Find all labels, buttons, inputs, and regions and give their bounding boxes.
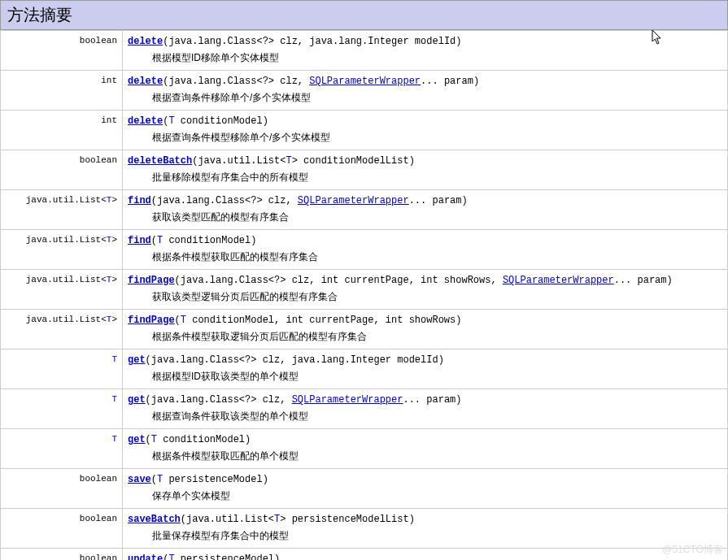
table-row: booleanupdate(T persistenceModel)更新单个实体模… (1, 549, 728, 561)
return-type: boolean (1, 31, 123, 71)
method-description: 根据模型ID移除单个实体模型 (128, 50, 722, 65)
type-parameter: T (181, 315, 186, 326)
method-signature-cell: find(T conditionModel)根据条件模型获取匹配的模型有序集合 (123, 230, 728, 270)
type-link[interactable]: SQLParameterWrapper (503, 275, 614, 286)
method-signature-cell: findPage(T conditionModel, int currentPa… (123, 310, 728, 349)
method-link[interactable]: findPage (128, 315, 175, 326)
method-link[interactable]: get (128, 394, 146, 406)
table-row: java.util.List<T>find(T conditionModel)根… (1, 230, 728, 270)
table-row: java.util.List<T>findPage(java.lang.Clas… (1, 270, 728, 310)
return-type: T (1, 429, 123, 469)
method-summary-table: booleandelete(java.lang.Class<?> clz, ja… (0, 30, 728, 560)
method-link[interactable]: update (128, 553, 163, 560)
return-type: int (1, 111, 123, 150)
table-row: intdelete(java.lang.Class<?> clz, SQLPar… (1, 71, 728, 111)
method-link[interactable]: findPage (128, 275, 175, 286)
table-row: Tget(java.lang.Class<?> clz, java.lang.I… (1, 349, 728, 389)
return-type: T (1, 389, 123, 429)
table-row: Tget(T conditionModel)根据条件模型获取匹配的单个模型 (1, 429, 728, 469)
type-parameter: T (151, 434, 157, 445)
return-type: java.util.List<T> (1, 270, 123, 310)
method-description: 根据查询条件模型移除单个/多个实体模型 (128, 130, 722, 145)
method-link[interactable]: delete (128, 36, 163, 47)
method-description: 根据查询条件获取该类型的单个模型 (128, 409, 722, 423)
return-type: T (1, 349, 123, 389)
method-link[interactable]: save (128, 474, 151, 485)
type-parameter: T (168, 553, 174, 560)
type-parameter: T (274, 514, 280, 525)
type-parameter: T (168, 115, 174, 127)
method-description: 批量保存模型有序集合中的模型 (128, 528, 722, 543)
table-row: intdelete(T conditionModel)根据查询条件模型移除单个/… (1, 111, 728, 150)
table-row: java.util.List<T>findPage(T conditionMod… (1, 310, 728, 349)
table-row: booleansaveBatch(java.util.List<T> persi… (1, 509, 728, 549)
return-type: boolean (1, 549, 123, 561)
return-type: boolean (1, 509, 123, 549)
method-signature-cell: get(java.lang.Class<?> clz, SQLParameter… (123, 389, 728, 429)
method-signature-cell: saveBatch(java.util.List<T> persistenceM… (123, 509, 728, 549)
method-description: 根据条件模型获取匹配的单个模型 (128, 449, 722, 463)
method-description: 根据条件模型获取逻辑分页后匹配的模型有序集合 (128, 329, 722, 344)
method-description: 根据查询条件移除单个/多个实体模型 (128, 90, 722, 105)
method-signature-cell: save(T persistenceModel)保存单个实体模型 (123, 469, 728, 509)
return-type: java.util.List<T> (1, 190, 123, 230)
method-link[interactable]: saveBatch (128, 514, 181, 525)
return-type: boolean (1, 150, 123, 190)
method-link[interactable]: find (128, 235, 151, 246)
table-row: booleansave(T persistenceModel)保存单个实体模型 (1, 469, 728, 509)
method-signature-cell: update(T persistenceModel)更新单个实体模型 (123, 549, 728, 561)
method-summary-header: 方法摘要 (0, 0, 728, 30)
method-signature-cell: delete(java.lang.Class<?> clz, SQLParame… (123, 71, 728, 111)
type-parameter: T (157, 235, 163, 246)
method-signature-cell: get(java.lang.Class<?> clz, java.lang.In… (123, 349, 728, 389)
method-link[interactable]: delete (128, 76, 163, 87)
method-description: 根据条件模型获取匹配的模型有序集合 (128, 250, 722, 264)
method-description: 获取该类型匹配的模型有序集合 (128, 210, 722, 224)
method-signature-cell: get(T conditionModel)根据条件模型获取匹配的单个模型 (123, 429, 728, 469)
method-link[interactable]: find (128, 195, 151, 206)
table-row: java.util.List<T>find(java.lang.Class<?>… (1, 190, 728, 230)
method-signature-cell: deleteBatch(java.util.List<T> conditionM… (123, 150, 728, 190)
return-type: boolean (1, 469, 123, 509)
table-row: booleandeleteBatch(java.util.List<T> con… (1, 150, 728, 190)
return-type: java.util.List<T> (1, 230, 123, 270)
type-parameter: T (286, 155, 291, 167)
method-description: 保存单个实体模型 (128, 488, 722, 503)
method-description: 获取该类型逻辑分页后匹配的模型有序集合 (128, 289, 722, 304)
method-description: 批量移除模型有序集合中的所有模型 (128, 170, 722, 184)
table-row: booleandelete(java.lang.Class<?> clz, ja… (1, 31, 728, 71)
method-description: 根据模型ID获取该类型的单个模型 (128, 369, 722, 384)
type-parameter: T (157, 474, 163, 485)
method-link[interactable]: get (128, 434, 146, 445)
type-link[interactable]: SQLParameterWrapper (292, 394, 403, 406)
method-signature-cell: delete(T conditionModel)根据查询条件模型移除单个/多个实… (123, 111, 728, 150)
method-signature-cell: find(java.lang.Class<?> clz, SQLParamete… (123, 190, 728, 230)
type-link[interactable]: SQLParameterWrapper (298, 195, 409, 206)
method-link[interactable]: deleteBatch (128, 155, 192, 167)
method-link[interactable]: get (128, 354, 146, 366)
method-link[interactable]: delete (128, 115, 163, 127)
method-signature-cell: delete(java.lang.Class<?> clz, java.lang… (123, 31, 728, 71)
return-type: java.util.List<T> (1, 310, 123, 349)
return-type: int (1, 71, 123, 111)
table-row: Tget(java.lang.Class<?> clz, SQLParamete… (1, 389, 728, 429)
method-signature-cell: findPage(java.lang.Class<?> clz, int cur… (123, 270, 728, 310)
type-link[interactable]: SQLParameterWrapper (309, 76, 421, 87)
